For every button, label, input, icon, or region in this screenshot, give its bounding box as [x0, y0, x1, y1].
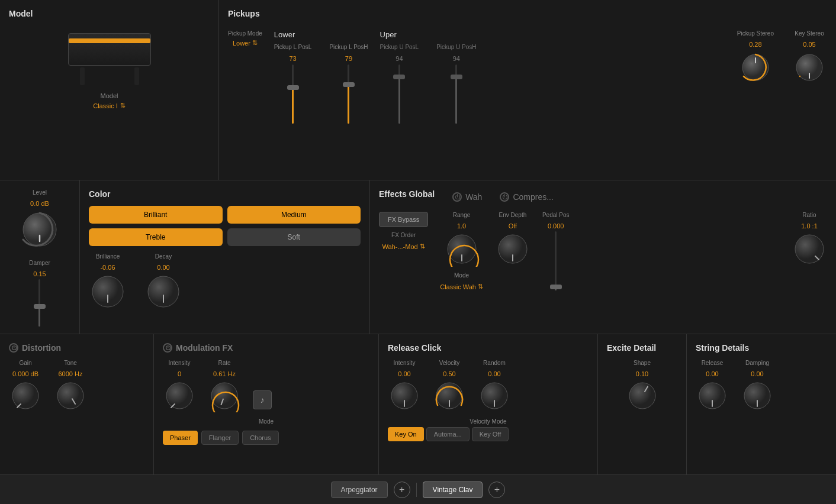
- level-value: 0.0 dB: [30, 200, 49, 207]
- mod-mode-buttons: Phaser Flanger Chorus: [163, 431, 369, 445]
- damper-group: Damper 0.15: [29, 260, 50, 327]
- effects-header: Effects Global ⏻ Wah ⏻ Compres...: [379, 189, 827, 205]
- phaser-btn[interactable]: Phaser: [163, 431, 198, 445]
- color-buttons: Brilliant Medium Treble Soft: [89, 206, 361, 246]
- piano-stripe: [69, 38, 150, 43]
- decay-knob[interactable]: [144, 273, 182, 311]
- rel-velocity-group: Velocity 0.50: [433, 360, 466, 412]
- release-knobs: Intensity 0.00: [388, 360, 589, 412]
- mod-intensity-knob[interactable]: [163, 379, 196, 412]
- wah-label: Wah: [465, 192, 482, 202]
- key-stereo-label: Key Stereo: [795, 30, 824, 37]
- excite-title: Excite Detail: [607, 343, 677, 353]
- rel-velocity-knob[interactable]: [433, 379, 466, 412]
- lower-posL-group: Pickup L PosL 73: [274, 44, 312, 124]
- lower-posH-label: Pickup L PosH: [329, 44, 368, 50]
- add-arpeggiator-btn[interactable]: +: [394, 482, 410, 498]
- rel-intensity-label: Intensity: [393, 360, 415, 366]
- decay-group: Decay 0.00: [144, 253, 182, 311]
- pickup-stereo-group: Pickup Stereo 0.28: [737, 30, 774, 85]
- fx-bypass-btn[interactable]: FX Bypass: [379, 212, 428, 227]
- model-selector[interactable]: Classic I ⇅: [93, 102, 126, 109]
- str-release-knob[interactable]: [696, 379, 729, 412]
- pedal-pos-slider[interactable]: [555, 231, 557, 290]
- key-stereo-group: Key Stereo 0.05: [792, 30, 827, 85]
- distortion-power-btn[interactable]: ⏻: [9, 343, 18, 353]
- vintage-clav-tab[interactable]: Vintage Clav: [423, 482, 483, 498]
- lower-posH-slider[interactable]: [348, 64, 349, 124]
- pedal-pos-group: Pedal Pos 0.000: [542, 212, 570, 290]
- decay-value: 0.00: [157, 264, 169, 271]
- gain-group: Gain 0.000 dB: [9, 360, 42, 412]
- brilliant-btn[interactable]: Brilliant: [89, 206, 223, 224]
- string-knobs: Release 0.00: [696, 360, 827, 412]
- automate-btn[interactable]: Automa...: [426, 427, 470, 441]
- fx-order-selector[interactable]: Wah-...-Mod ⇅: [382, 243, 425, 250]
- env-depth-group: Env Depth Off: [495, 212, 530, 290]
- lower-posH-group: Pickup L PosH 79: [329, 44, 368, 124]
- modulation-knobs: Intensity 0: [163, 360, 369, 412]
- range-group: Range 1.0: [440, 212, 483, 290]
- treble-btn[interactable]: Treble: [89, 228, 223, 246]
- soft-btn[interactable]: Soft: [227, 228, 361, 246]
- pedal-pos-value: 0.000: [548, 222, 564, 230]
- ratio-knob[interactable]: [792, 231, 827, 267]
- mod-rate-knob[interactable]: [208, 379, 241, 412]
- upper-posH-slider[interactable]: [455, 64, 457, 124]
- gain-knob[interactable]: [9, 379, 42, 412]
- key-on-btn[interactable]: Key On: [388, 427, 424, 441]
- footer: Arpeggiator + Vintage Clav +: [0, 474, 836, 504]
- pickup-stereo-knob[interactable]: [738, 50, 773, 85]
- note-btn[interactable]: ♪: [253, 390, 272, 409]
- rel-intensity-knob[interactable]: [388, 379, 421, 412]
- damper-slider[interactable]: [38, 279, 40, 327]
- mod-intensity-label: Intensity: [168, 360, 190, 366]
- damping-group: Damping 0.00: [741, 360, 774, 412]
- range-knob[interactable]: [444, 231, 480, 267]
- mode-value: Classic Wah: [440, 283, 476, 290]
- damper-value: 0.15: [33, 270, 46, 277]
- wah-group: ⏻ Wah: [452, 192, 482, 202]
- color-panel: Color Brilliant Medium Treble Soft Brill…: [80, 180, 370, 334]
- rel-random-value: 0.00: [488, 370, 500, 377]
- add-instrument-btn[interactable]: +: [488, 482, 505, 498]
- rel-random-knob[interactable]: [478, 379, 511, 412]
- damping-knob[interactable]: [741, 379, 774, 412]
- pickup-stereo-label: Pickup Stereo: [737, 30, 774, 37]
- brilliance-knob[interactable]: [89, 273, 127, 311]
- piano-legs: [68, 67, 151, 85]
- modulation-title: ⏻ Modulation FX: [163, 343, 369, 353]
- mod-mode-label: Mode: [163, 418, 369, 425]
- key-off-btn[interactable]: Key Off: [472, 427, 509, 441]
- lower-pickup-group: Lower Pickup L PosL 73 Pickup L PosH: [274, 30, 368, 124]
- level-label: Level: [33, 189, 47, 196]
- lower-posL-slider[interactable]: [292, 64, 294, 124]
- mod-rate-group: Rate 0.61 Hz: [208, 360, 241, 412]
- level-panel: Level 0.0 dB: [0, 180, 80, 334]
- brilliance-value: -0.06: [100, 264, 115, 271]
- dist-power-icon: ⏻: [11, 345, 17, 351]
- modulation-power-btn[interactable]: ⏻: [163, 343, 172, 353]
- svg-point-20: [166, 383, 192, 409]
- chorus-btn[interactable]: Chorus: [242, 431, 278, 445]
- main-content: Model Model Classic I ⇅ Pickups: [0, 0, 836, 474]
- arpeggiator-tab[interactable]: Arpeggiator: [331, 482, 388, 498]
- color-title: Color: [89, 189, 361, 199]
- pickup-mode-selector[interactable]: Lower ⇅: [233, 39, 258, 47]
- flanger-btn[interactable]: Flanger: [201, 431, 239, 445]
- medium-btn[interactable]: Medium: [227, 206, 361, 224]
- shape-knob[interactable]: [626, 379, 659, 412]
- tone-knob[interactable]: [54, 379, 87, 412]
- key-stereo-knob[interactable]: [792, 50, 827, 85]
- upper-sliders: Pickup U PosL 94 Pickup U PosH 94: [380, 44, 477, 124]
- mod-rate-value: 0.61 Hz: [213, 370, 236, 377]
- level-knob[interactable]: [19, 209, 60, 250]
- string-label: String Details: [696, 343, 749, 353]
- upper-posL-slider[interactable]: [398, 64, 400, 124]
- effects-panel: Effects Global ⏻ Wah ⏻ Compres...: [370, 180, 836, 334]
- mode-selector[interactable]: Classic Wah ⇅: [440, 283, 483, 290]
- env-depth-knob[interactable]: [495, 231, 530, 267]
- fx-order-value: Wah-...-Mod: [382, 243, 418, 250]
- compressor-power-btn[interactable]: ⏻: [500, 192, 509, 202]
- wah-power-btn[interactable]: ⏻: [452, 192, 462, 202]
